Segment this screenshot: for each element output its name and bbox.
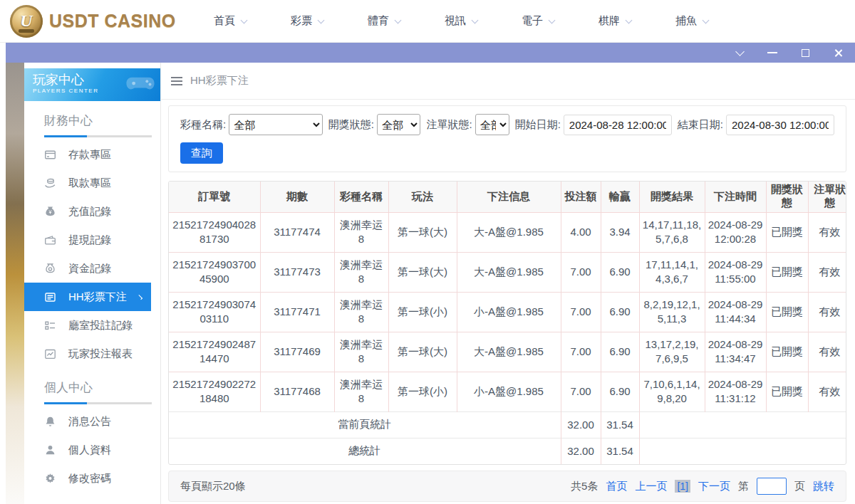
players-center-title: 玩家中心 [33,72,153,88]
col-header-5: 投注額 [561,182,601,212]
table-cell: 2024-08-29 12:00:28 [705,212,766,252]
table-cell: 大-A盤@1.985 [457,212,561,252]
draw-status-select[interactable]: 全部 [377,114,420,135]
window-maximize-button[interactable] [799,47,811,58]
sidebar-item-0-6[interactable]: 廳室投註記錄 [24,311,160,340]
window-close-button[interactable] [832,47,844,58]
main-body: 彩種名稱: 全部 開獎狀態: 全部 注單狀態: 全部 開始日期: 結束日期: 查… [161,100,855,502]
nav-item-4[interactable]: 電子 [522,14,554,28]
table-cell: 澳洲幸运8 [334,212,388,252]
summary-row-grand-total: 總統計 32.00 31.54 [169,438,846,464]
table-cell: 已開獎 [766,212,808,252]
total-count-text: 共5条 [571,480,598,493]
sidebar-item-1-0[interactable]: 消息公告 [24,407,160,436]
order-status-select[interactable]: 全部 [475,114,509,135]
report-chart-icon [44,348,56,360]
start-date-input[interactable] [564,115,672,135]
sidebar-item-0-7[interactable]: 玩家投注報表 [24,340,160,368]
nav-item-3[interactable]: 視訊 [445,14,477,28]
prev-page-link[interactable]: 上一页 [635,480,667,493]
nav-item-label: 電子 [522,14,543,28]
chevron-down-icon [318,16,325,23]
menu-icon[interactable] [171,77,182,85]
sidebar-item-label: 廳室投註記錄 [68,319,133,332]
lottery-name-select[interactable]: 全部 [229,114,323,135]
logo-u-badge: U [20,11,32,31]
nav-item-2[interactable]: 體育 [368,14,400,28]
deposit-card-icon [44,149,56,161]
window-titlebar [6,43,855,63]
pager: 共5条 首页 上一页 [1] 下一页 第 页 跳转 [571,478,834,495]
sidebar-item-0-5[interactable]: HH彩票下注 [24,283,151,311]
summary-empty [639,438,846,464]
table-cell: 有效 [808,212,846,252]
first-page-link[interactable]: 首页 [606,480,627,493]
usdt-casino-logo-icon: U [10,5,43,38]
start-date-label: 開始日期: [515,118,561,132]
sidebar-item-1-1[interactable]: 個人資料 [24,436,160,464]
page-size-text: 每頁顯示20條 [180,480,246,493]
jump-label-suffix: 页 [794,480,805,493]
table-cell: 4.00 [561,212,601,252]
table-cell: 2024-08-29 11:55:00 [705,252,766,292]
page-jump-input[interactable] [757,478,787,495]
nav-item-label: 體育 [368,14,389,28]
current-page-indicator[interactable]: [1] [675,480,690,493]
sidebar-item-0-1[interactable]: 取款專區 [24,169,160,197]
table-cell: 第一球(大) [388,332,457,372]
bets-table-panel: 訂單號期數彩種名稱玩法下注信息投注額輸贏開獎結果下注時間開獎狀態注單狀態 215… [168,181,846,465]
withdraw-hand-icon [44,177,56,189]
query-button[interactable]: 查詢 [180,142,223,164]
col-header-7: 開獎結果 [639,182,705,212]
nav-item-label: 彩票 [291,14,312,28]
gamepad-icon [125,74,156,97]
jump-button[interactable]: 跳转 [813,480,834,493]
lottery-name-label: 彩種名稱: [180,118,226,132]
nav-item-1[interactable]: 彩票 [291,14,323,28]
nav-item-0[interactable]: 首頁 [214,14,247,28]
chevron-down-icon [549,16,556,23]
table-cell: 6.90 [601,252,639,292]
table-cell: 有效 [808,252,846,292]
table-cell: 澳洲幸运8 [334,332,388,372]
table-cell: 17,11,14,1,4,3,6,7 [639,252,705,292]
table-cell: 已開獎 [766,372,808,411]
summary-row-current-page: 當前頁統計 32.00 31.54 [169,411,846,438]
table-cell: 第一球(小) [388,292,457,332]
sidebar-item-0-3[interactable]: 提現記錄 [24,226,160,254]
sidebar-item-1-2[interactable]: 修改密碼 [24,464,160,493]
page-title: HH彩票下注 [190,74,249,88]
nav-item-6[interactable]: 捕魚 [675,14,708,28]
brand[interactable]: U USDT CASINO [10,5,190,38]
nav-item-label: 棋牌 [598,14,620,28]
col-header-9: 開獎狀態 [766,182,808,212]
filter-panel: 彩種名稱: 全部 開獎狀態: 全部 注單狀態: 全部 開始日期: 結束日期: 查… [168,105,846,172]
end-date-label: 結束日期: [678,118,723,132]
page-header: HH彩票下注 [161,63,855,100]
table-row: 215217249040288173031177474澳洲幸运8第一球(大)大-… [169,212,846,252]
nav-item-5[interactable]: 棋牌 [598,14,631,28]
window-minimize-button[interactable] [767,47,778,58]
table-cell: 14,17,11,18,5,7,6,8 [639,212,705,252]
col-header-4: 下注信息 [457,182,561,212]
sidebar-item-label: 充值記錄 [68,205,111,219]
table-cell: 31177474 [260,212,334,252]
table-body: 215217249040288173031177474澳洲幸运8第一球(大)大-… [169,212,846,411]
sidebar-item-0-4[interactable]: 資金記錄 [24,254,160,283]
section-underline [44,135,152,137]
window-collapse-button[interactable] [734,47,745,58]
recharge-bag-icon [44,206,56,218]
table-cell: 第一球(小) [388,372,457,411]
sidebar-item-label: 消息公告 [68,415,111,429]
sidebar-item-0-0[interactable]: 存款專區 [24,140,160,169]
sidebar-section-title: 財務中心 [44,112,160,129]
withdraw-wallet-icon [44,234,56,246]
logo-ribbon [19,29,34,33]
next-page-link[interactable]: 下一页 [698,480,730,493]
sidebar-item-label: 修改密碼 [68,472,111,485]
sidebar-item-0-2[interactable]: 充值記錄 [24,197,160,226]
summary-bet-total: 32.00 [561,411,601,438]
order-status-label: 注單狀態: [426,118,472,132]
col-header-1: 期數 [260,182,334,212]
end-date-input[interactable] [726,115,834,135]
